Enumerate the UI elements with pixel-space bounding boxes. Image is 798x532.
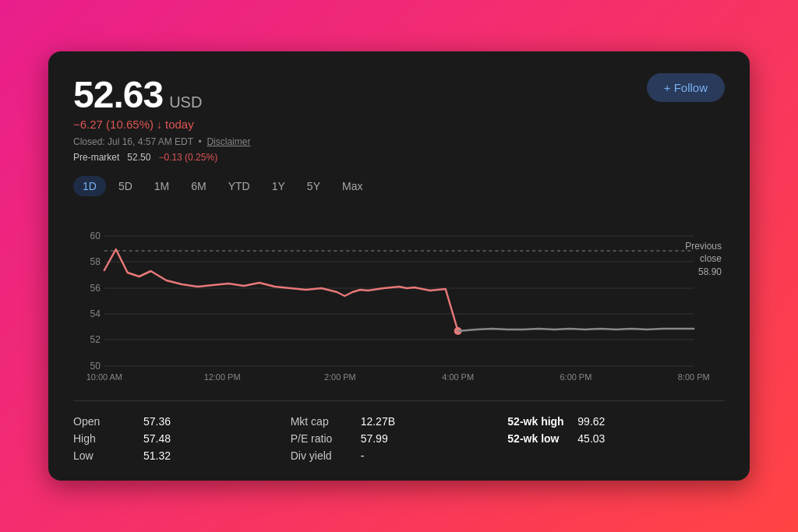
div-label: Div yield <box>291 449 361 462</box>
price-change: −6.27 (10.65%) ↓ today <box>73 118 250 131</box>
mktcap-value: 12.27B <box>361 415 423 428</box>
mktcap-label: Mkt cap <box>291 415 361 428</box>
follow-button[interactable]: + Follow <box>647 73 725 102</box>
disclaimer-link[interactable]: Disclaimer <box>207 136 250 147</box>
open-value: 57.36 <box>143 415 206 428</box>
header-row: 52.63 USD −6.27 (10.65%) ↓ today Closed:… <box>73 73 725 164</box>
svg-text:6:00 PM: 6:00 PM <box>560 372 592 382</box>
svg-text:60: 60 <box>90 231 101 241</box>
high-value: 57.48 <box>143 432 206 445</box>
premarket-price: 52.50 <box>127 152 150 163</box>
price-meta: Closed: Jul 16, 4:57 AM EDT • Disclaimer… <box>73 135 250 164</box>
previous-close-title2: close <box>685 252 722 266</box>
price-value: 52.63 <box>73 73 163 116</box>
svg-text:54: 54 <box>90 308 101 319</box>
svg-text:8:00 PM: 8:00 PM <box>678 372 710 382</box>
tab-6m[interactable]: 6M <box>182 176 215 196</box>
tab-1d[interactable]: 1D <box>73 176 106 196</box>
stat-pe: P/E ratio 57.99 <box>291 432 508 445</box>
stat-52wkh: 52-wk high 99.62 <box>507 415 725 428</box>
premarket-label: Pre-market <box>73 152 119 163</box>
tab-1y[interactable]: 1Y <box>263 176 295 196</box>
svg-text:10:00 AM: 10:00 AM <box>87 372 122 382</box>
svg-text:4:00 PM: 4:00 PM <box>442 372 474 382</box>
52wkl-label: 52-wk low <box>507 432 577 445</box>
52wkh-value: 99.62 <box>577 415 640 428</box>
svg-text:58: 58 <box>90 256 101 267</box>
stock-card: 52.63 USD −6.27 (10.65%) ↓ today Closed:… <box>48 51 750 480</box>
price-currency: USD <box>169 93 202 111</box>
pe-label: P/E ratio <box>291 432 361 445</box>
premarket-change: −0.13 (0.25%) <box>158 152 217 163</box>
tab-ytd[interactable]: YTD <box>219 176 260 196</box>
stat-52wkl: 52-wk low 45.03 <box>507 432 725 445</box>
52wkl-value: 45.03 <box>577 432 640 445</box>
gray-price-line <box>458 329 694 331</box>
tab-max[interactable]: Max <box>333 176 372 196</box>
price-main: 52.63 USD <box>73 73 250 116</box>
chart-svg: 60 58 56 54 52 50 10:00 AM 12:00 PM 2:00… <box>73 203 725 389</box>
stat-mktcap: Mkt cap 12.27B <box>291 415 508 428</box>
previous-close-label: Previous close 58.90 <box>685 240 722 279</box>
high-label: High <box>73 432 143 445</box>
previous-close-title: Previous <box>685 240 722 253</box>
tabs-row: 1D 5D 1M 6M YTD 1Y 5Y Max <box>73 176 725 196</box>
open-label: Open <box>73 415 143 428</box>
svg-text:2:00 PM: 2:00 PM <box>324 372 356 382</box>
stat-low: Low 51.32 <box>73 449 291 462</box>
div-value: - <box>361 449 423 462</box>
stat-div: Div yield - <box>291 449 508 462</box>
tab-5d[interactable]: 5D <box>109 176 142 196</box>
change-arrow: ↓ <box>157 118 162 131</box>
tab-1m[interactable]: 1M <box>145 176 178 196</box>
stats-grid: Open 57.36 High 57.48 Low 51.32 Mkt cap … <box>73 415 725 462</box>
svg-text:56: 56 <box>90 283 101 294</box>
pe-value: 57.99 <box>361 432 423 445</box>
svg-text:12:00 PM: 12:00 PM <box>204 372 241 382</box>
tab-5y[interactable]: 5Y <box>298 176 330 196</box>
stats-divider <box>73 400 725 401</box>
svg-text:50: 50 <box>90 361 101 372</box>
stat-high: High 57.48 <box>73 432 291 445</box>
low-value: 51.32 <box>143 449 206 462</box>
previous-close-value: 58.90 <box>685 266 722 279</box>
low-label: Low <box>73 449 143 462</box>
chart-container: 60 58 56 54 52 50 10:00 AM 12:00 PM 2:00… <box>73 203 725 389</box>
52wkh-label: 52-wk high <box>507 415 577 428</box>
premarket-info: Pre-market 52.50 −0.13 (0.25%) <box>73 152 217 163</box>
closed-info: Closed: Jul 16, 4:57 AM EDT <box>73 136 193 147</box>
stats-col-3: 52-wk high 99.62 52-wk low 45.03 <box>507 415 725 462</box>
stat-open: Open 57.36 <box>73 415 291 428</box>
stats-col-2: Mkt cap 12.27B P/E ratio 57.99 Div yield… <box>291 415 508 462</box>
stats-col-1: Open 57.36 High 57.48 Low 51.32 <box>73 415 291 462</box>
change-suffix: today <box>165 118 194 131</box>
change-amount: −6.27 (10.65%) <box>73 118 154 131</box>
svg-text:52: 52 <box>90 334 101 345</box>
price-section: 52.63 USD −6.27 (10.65%) ↓ today Closed:… <box>73 73 250 164</box>
